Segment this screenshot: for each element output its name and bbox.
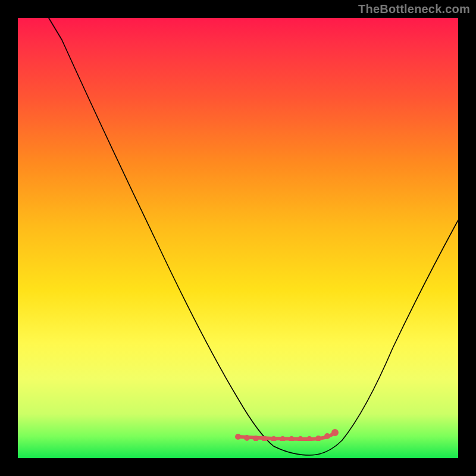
curve-layer (18, 18, 458, 458)
plot-area (18, 18, 458, 458)
chart-stage: TheBottleneck.com (0, 0, 476, 476)
bottleneck-curve (49, 18, 458, 455)
watermark-text: TheBottleneck.com (358, 2, 470, 16)
